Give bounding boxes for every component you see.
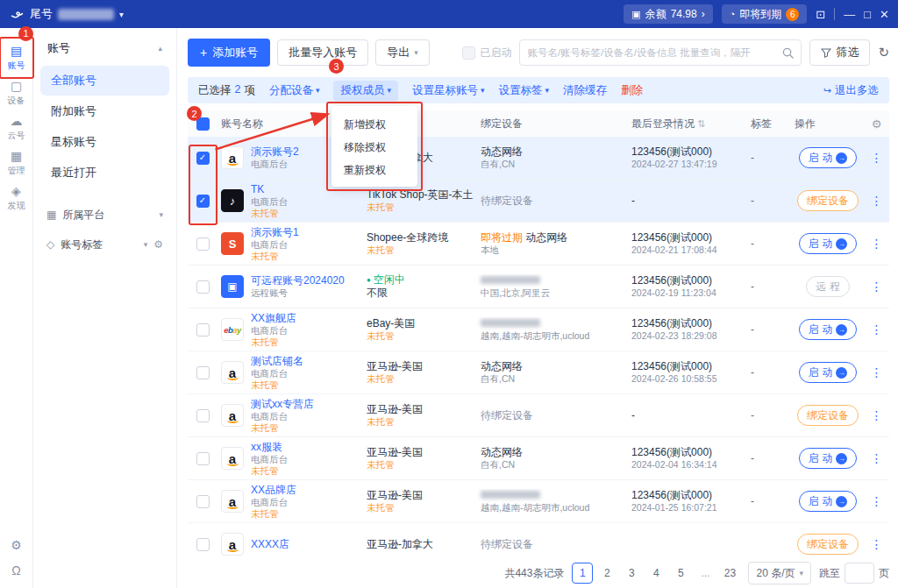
balance-pill[interactable]: ▣ 余额 74.98 › <box>624 4 712 24</box>
selbar-action-cache[interactable]: 清除缓存 <box>563 83 607 98</box>
rail-item-accounts[interactable]: ▤账号 <box>2 40 32 75</box>
account-name-link[interactable]: XX旗舰店 <box>251 312 296 325</box>
account-name-link[interactable]: 可远程账号2024020 <box>251 274 345 287</box>
sidebar-item-recent[interactable]: 最近打开 <box>40 158 169 188</box>
sidebar-filter-platform[interactable]: ▦所属平台▾ <box>40 202 169 227</box>
minimize-button[interactable]: — <box>844 8 855 21</box>
account-name-link[interactable]: 测试店铺名 <box>251 355 303 368</box>
rail-item-manage[interactable]: ▦管理 <box>2 145 32 181</box>
row-checkbox[interactable] <box>196 495 210 508</box>
table-row[interactable]: a测试店铺名电商后台未托管亚马逊-美国未托管动态网络自有,CN123456(测试… <box>188 351 889 394</box>
account-name-link[interactable]: 演示账号2 <box>251 145 299 159</box>
expire-pill[interactable]: ◔ 即将到期 6 <box>722 4 808 24</box>
more-actions-icon[interactable]: ⋮ <box>871 494 883 508</box>
table-row[interactable]: a测试xx专营店电商后台未托管亚马逊-美国未托管待绑定设备--绑定设备⋮ <box>188 394 889 437</box>
more-actions-icon[interactable]: ⋮ <box>871 151 883 165</box>
refresh-icon[interactable]: ↻ <box>878 45 889 60</box>
menu-item[interactable]: 重新授权 <box>331 159 417 181</box>
close-button[interactable]: ✕ <box>880 8 889 21</box>
rail-item-devices[interactable]: ▢设备 <box>2 75 32 110</box>
page-ellipsis[interactable]: ... <box>695 563 716 584</box>
add-account-button[interactable]: + 添加账号 <box>188 39 270 67</box>
more-actions-icon[interactable]: ⋮ <box>871 537 883 551</box>
column-header-login[interactable]: 最后登录情况 ⇅ <box>628 117 747 131</box>
page-button-23[interactable]: 23 <box>719 563 740 584</box>
menu-item[interactable]: 新增授权 <box>331 113 417 136</box>
row-checkbox[interactable] <box>196 237 210 251</box>
table-row[interactable]: S演示账号1电商后台未托管Shopee-全球跨境未托管即将过期 动态网络本地12… <box>188 223 889 266</box>
account-name[interactable]: 尾号 <box>30 6 53 22</box>
table-row[interactable]: ▣可远程账号2024020远程账号●空闲中不限中国,北京,阿里云123456(测… <box>188 266 889 308</box>
row-checkbox[interactable] <box>196 452 210 465</box>
table-row[interactable]: aXX品牌店电商后台未托管亚马逊-美国未托管越南,越南-胡志明市,ucloud1… <box>188 480 889 523</box>
action-button[interactable]: 远 程 <box>806 276 849 297</box>
more-actions-icon[interactable]: ⋮ <box>871 237 883 251</box>
action-button[interactable]: 启 动→ <box>799 319 857 340</box>
page-size-select[interactable]: 20 条/页 ▾ <box>748 562 811 584</box>
started-filter[interactable]: 已启动 <box>462 46 511 60</box>
account-name-link[interactable]: TK <box>251 183 288 196</box>
account-name-link[interactable]: XXXX店 <box>251 538 289 551</box>
sidebar-header[interactable]: 账号 ▴ <box>40 39 169 65</box>
selbar-action-assign[interactable]: 分配设备▾ <box>269 83 320 98</box>
batch-import-button[interactable]: 批量导入账号 <box>277 39 368 66</box>
table-row[interactable]: ebayXX旗舰店电商后台未托管eBay-美国未托管越南,越南-胡志明市,ucl… <box>188 308 889 351</box>
account-name-link[interactable]: 演示账号1 <box>251 226 299 239</box>
table-row[interactable]: ✓♪TK电商后台未托管TikTok Shop-英国-本土未托管待绑定设备--绑定… <box>188 180 889 223</box>
rail-item-cloud[interactable]: ☁云号 <box>2 110 32 145</box>
row-checkbox[interactable] <box>196 538 210 551</box>
page-button-4[interactable]: 4 <box>645 563 666 584</box>
sidebar-item-starred[interactable]: 星标账号 <box>40 127 169 157</box>
menu-item[interactable]: 移除授权 <box>331 136 417 159</box>
maximize-button[interactable]: □ <box>864 8 871 21</box>
selbar-action-delete[interactable]: 删除 <box>621 83 643 98</box>
export-button[interactable]: 导出 ▾ <box>375 39 430 66</box>
feedback-icon[interactable]: ⊡ <box>816 8 825 21</box>
sidebar-filter-tags[interactable]: ◇账号标签▾⚙ <box>40 232 169 257</box>
sort-icon[interactable]: ⇅ <box>697 118 705 130</box>
account-name-link[interactable]: 测试xx专营店 <box>251 398 314 411</box>
column-header-device[interactable]: 绑定设备 <box>477 117 628 131</box>
table-row[interactable]: aXXXX店亚马逊-加拿大待绑定设备绑定设备⋮ <box>188 523 889 558</box>
row-checkbox[interactable]: ✓ <box>196 152 210 165</box>
row-checkbox[interactable] <box>196 366 210 379</box>
support-headset-icon[interactable]: Ω <box>11 563 20 577</box>
more-actions-icon[interactable]: ⋮ <box>871 322 883 337</box>
page-button-5[interactable]: 5 <box>670 563 691 584</box>
search-icon[interactable] <box>782 47 794 59</box>
jump-page-input[interactable] <box>845 563 874 584</box>
selbar-action-tag[interactable]: 设置标签▾ <box>499 83 550 98</box>
page-button-3[interactable]: 3 <box>621 563 642 584</box>
chevron-down-icon[interactable]: ▾ <box>119 10 124 19</box>
row-checkbox[interactable] <box>196 280 210 294</box>
account-name-link[interactable]: xx服装 <box>251 441 288 454</box>
more-actions-icon[interactable]: ⋮ <box>871 280 883 294</box>
row-checkbox[interactable] <box>196 409 210 422</box>
action-button[interactable]: 启 动→ <box>799 147 857 168</box>
more-actions-icon[interactable]: ⋮ <box>871 451 883 465</box>
settings-gear-icon[interactable]: ⚙ <box>11 538 22 552</box>
rail-item-discover[interactable]: ◈发现 <box>2 181 32 216</box>
page-button-2[interactable]: 2 <box>596 563 617 584</box>
more-actions-icon[interactable]: ⋮ <box>871 194 883 208</box>
column-settings-gear-icon[interactable]: ⚙ <box>865 117 888 131</box>
action-button[interactable]: 启 动→ <box>799 491 857 512</box>
action-button[interactable]: 绑定设备 <box>797 534 859 555</box>
action-button[interactable]: 启 动→ <box>799 362 857 383</box>
tag-settings-gear-icon[interactable]: ⚙ <box>153 238 163 251</box>
exit-multiselect-button[interactable]: ↪ 退出多选 <box>823 83 879 98</box>
select-all-checkbox[interactable] <box>196 117 210 131</box>
action-button[interactable]: 绑定设备 <box>797 405 859 426</box>
account-name-link[interactable]: XX品牌店 <box>251 484 296 497</box>
selbar-action-star[interactable]: 设置星标账号▾ <box>412 83 485 98</box>
more-actions-icon[interactable]: ⋮ <box>871 408 883 422</box>
sidebar-item-all[interactable]: 全部账号 <box>40 66 169 96</box>
table-row[interactable]: ✓a演示账号2电商后台亚马逊-加拿大动态网络自有,CN123456(测试000)… <box>188 137 889 180</box>
started-checkbox[interactable] <box>462 46 475 60</box>
collapse-caret-icon[interactable]: ▴ <box>158 44 162 53</box>
search-input[interactable] <box>527 47 777 58</box>
sidebar-item-extra[interactable]: 附加账号 <box>40 96 169 126</box>
row-checkbox[interactable] <box>196 323 210 337</box>
action-button[interactable]: 启 动→ <box>799 448 857 469</box>
action-button[interactable]: 启 动→ <box>799 233 857 254</box>
